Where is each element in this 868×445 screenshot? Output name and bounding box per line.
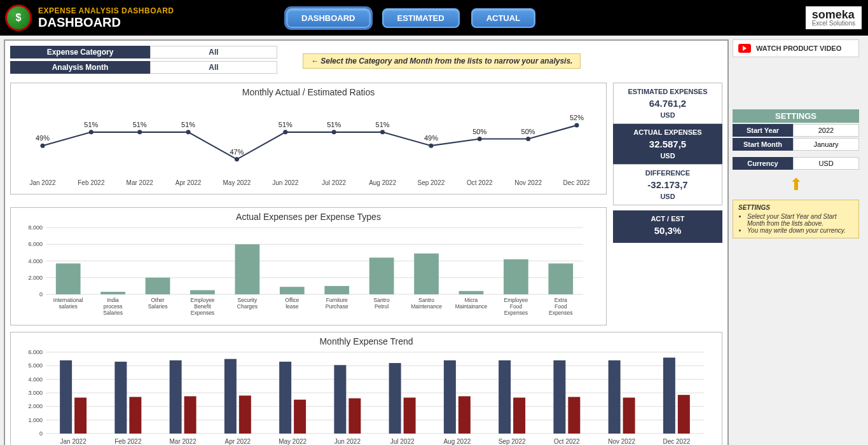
svg-text:6.000: 6.000: [28, 349, 43, 355]
svg-point-4: [137, 130, 142, 134]
svg-point-18: [478, 137, 482, 141]
dashboard-panel: Expense Category All Analysis Month All …: [4, 39, 729, 445]
filter-category-select[interactable]: All: [150, 46, 277, 58]
svg-rect-122: [458, 396, 471, 434]
nav-dashboard[interactable]: DASHBOARD: [286, 8, 371, 28]
filter-hint: ← Select the Category and Month from the…: [303, 53, 581, 69]
svg-rect-125: [513, 397, 525, 434]
svg-text:Furniture: Furniture: [326, 297, 348, 303]
svg-text:Office: Office: [285, 297, 299, 303]
svg-text:1.000: 1.000: [28, 417, 43, 423]
svg-text:2.000: 2.000: [28, 275, 43, 281]
svg-text:0: 0: [39, 430, 43, 437]
svg-point-12: [332, 130, 336, 134]
svg-text:Nov 2022: Nov 2022: [514, 179, 542, 186]
svg-text:Security: Security: [238, 297, 258, 303]
svg-text:Other: Other: [151, 297, 164, 303]
svg-text:Food: Food: [555, 303, 567, 310]
svg-rect-55: [459, 291, 484, 294]
svg-text:Expenses: Expenses: [191, 310, 214, 316]
svg-text:Jan 2022: Jan 2022: [29, 179, 56, 186]
svg-text:4.000: 4.000: [28, 376, 43, 383]
svg-text:Nov 2022: Nov 2022: [608, 438, 635, 445]
nav-actual[interactable]: ACTUAL: [471, 8, 535, 28]
svg-rect-131: [623, 397, 635, 434]
svg-text:Oct 2022: Oct 2022: [467, 179, 493, 186]
svg-text:Expenses: Expenses: [504, 310, 528, 316]
watch-video-button[interactable]: WATCH PRODUCT VIDEO: [733, 39, 859, 57]
svg-text:Mar 2022: Mar 2022: [127, 179, 154, 186]
svg-rect-116: [348, 399, 361, 434]
svg-rect-106: [170, 360, 182, 434]
svg-text:International: International: [53, 297, 83, 303]
filter-month-label: Analysis Month: [10, 61, 150, 74]
svg-text:47%: 47%: [230, 148, 244, 156]
svg-rect-100: [60, 360, 72, 434]
svg-text:Dec 2022: Dec 2022: [563, 179, 589, 186]
svg-point-10: [283, 130, 287, 134]
chart-trend-svg: 01.0002.0003.0004.0005.0006.000Jan 2022F…: [17, 349, 710, 445]
kpi-estimated: ESTIMATED EXPENSES 64.761,2 USD: [613, 83, 722, 124]
svg-rect-101: [74, 397, 86, 434]
svg-text:49%: 49%: [36, 134, 50, 142]
svg-rect-57: [548, 263, 573, 294]
svg-text:Maintainance: Maintainance: [455, 303, 488, 310]
setting-currency-input[interactable]: USD: [793, 157, 859, 170]
svg-rect-109: [224, 359, 237, 434]
svg-text:Feb 2022: Feb 2022: [78, 179, 105, 186]
svg-point-22: [575, 123, 579, 128]
svg-text:2.000: 2.000: [28, 403, 43, 409]
sidebar: WATCH PRODUCT VIDEO SETTINGS Start Year2…: [733, 36, 863, 445]
svg-text:May 2022: May 2022: [223, 179, 251, 186]
svg-text:Micra: Micra: [465, 297, 478, 303]
svg-text:Jul 2022: Jul 2022: [322, 179, 346, 186]
svg-text:Employee: Employee: [191, 297, 215, 303]
setting-year-select[interactable]: 2022: [793, 124, 859, 137]
svg-text:52%: 52%: [570, 114, 584, 121]
svg-text:Santro: Santro: [418, 297, 434, 303]
svg-text:Jul 2022: Jul 2022: [390, 438, 415, 445]
svg-text:51%: 51%: [181, 121, 195, 128]
svg-text:Food: Food: [510, 303, 523, 310]
svg-rect-121: [444, 360, 456, 434]
svg-point-0: [41, 144, 45, 148]
settings-help: SETTINGS Select your Start Year and Star…: [733, 200, 859, 238]
chart-trend: Monthly Expense Trend 01.0002.0003.0004.…: [10, 332, 722, 445]
setting-month-select[interactable]: January: [793, 138, 859, 151]
page-title: DASHBOARD: [38, 15, 174, 30]
svg-text:Feb 2022: Feb 2022: [114, 438, 142, 445]
filters: Expense Category All Analysis Month All …: [10, 46, 722, 76]
nav-estimated[interactable]: ESTIMATED: [382, 8, 460, 28]
svg-rect-118: [389, 363, 401, 434]
kpi-ratio: ACT / EST 50,3%: [613, 210, 722, 243]
svg-rect-51: [280, 287, 305, 294]
svg-text:Jun 2022: Jun 2022: [334, 438, 361, 445]
svg-rect-50: [235, 244, 260, 294]
svg-text:May 2022: May 2022: [279, 438, 307, 445]
svg-text:50%: 50%: [521, 128, 535, 135]
filter-month-select[interactable]: All: [150, 61, 277, 74]
svg-text:Purchase: Purchase: [326, 303, 348, 310]
header: $ EXPENSE ANALYSIS DASHBOARD DASHBOARD D…: [0, 0, 868, 36]
svg-point-8: [235, 157, 239, 161]
filter-category-label: Expense Category: [10, 46, 150, 58]
svg-text:Apr 2022: Apr 2022: [176, 179, 202, 186]
svg-text:51%: 51%: [327, 121, 341, 128]
setting-month-label: Start Month: [733, 138, 793, 151]
svg-rect-130: [609, 360, 621, 434]
svg-rect-54: [414, 254, 439, 294]
svg-text:Charges: Charges: [237, 303, 258, 310]
svg-text:5.000: 5.000: [28, 362, 43, 369]
svg-text:Salaries: Salaries: [148, 303, 168, 310]
svg-text:Benefit: Benefit: [194, 303, 211, 310]
youtube-icon: [738, 44, 751, 53]
svg-point-20: [526, 137, 530, 141]
svg-text:4.000: 4.000: [28, 258, 43, 264]
svg-rect-49: [190, 290, 215, 294]
chart-ratio-svg: 49%51%51%51%47%51%51%51%49%50%50%52%Jan …: [17, 100, 589, 189]
chart-types-title: Actual Expenses per Expense Types: [17, 212, 600, 222]
svg-rect-53: [369, 257, 394, 294]
brand-logo: someka Excel Solutions: [806, 6, 862, 29]
svg-text:Employee: Employee: [504, 297, 528, 303]
svg-rect-113: [294, 400, 306, 434]
